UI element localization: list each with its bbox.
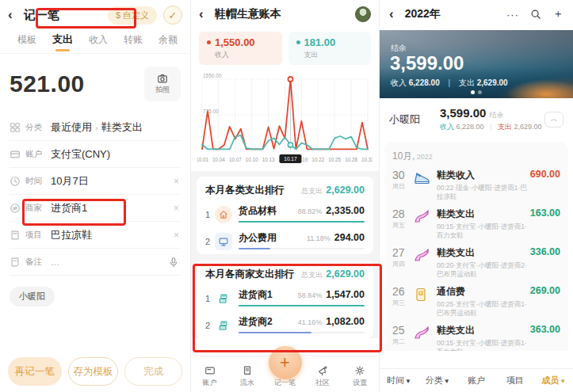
transaction-row[interactable]: 26周三 ¥ 通信费 00:25·支付宝·小暖阳·进货商1·巴布男运动鞋 269… [392, 285, 560, 318]
filter-成员[interactable]: 成员▼ [534, 375, 573, 386]
category-grid-icon [10, 122, 22, 133]
currency-icon: $ [116, 10, 120, 20]
filter-分类[interactable]: 分类▼ [418, 375, 457, 386]
member-chip[interactable]: 小暖阳 [10, 287, 55, 306]
member-summary-row[interactable]: 小暖阳 3,599.00结余 收入 6,228.00 | 支出 2,629.00… [380, 98, 573, 139]
done-button[interactable]: 完成 [124, 357, 182, 386]
field-value: 巴拉凉鞋 [51, 228, 172, 242]
amount-row: 521.00 拍照 [0, 54, 190, 109]
amount-value[interactable]: 521.00 [10, 70, 85, 97]
filter-时间[interactable]: 时间▼ [380, 375, 418, 386]
ledger-title: 鞋帽生意账本 [215, 7, 281, 21]
field-value: 10月7日 [51, 174, 172, 188]
transaction-row[interactable]: 27周四 鞋类支出 00:20·支付宝·小暖阳·进货商2·巴布男运动鞋 336.… [392, 246, 560, 280]
svg-text:10.25: 10.25 [328, 157, 341, 162]
back-icon[interactable]: ‹ [8, 7, 13, 23]
settings-tab-icon [354, 365, 365, 376]
tab-流水[interactable]: 流水 [228, 365, 265, 388]
bottom-tab-bar: 账户流水 + 记一笔社区设置 [191, 356, 379, 392]
project-doc-icon [10, 230, 22, 241]
goods-material-icon [215, 206, 232, 223]
note-icon [10, 257, 22, 268]
back-icon[interactable]: ‹ [199, 6, 204, 22]
clear-icon[interactable]: × [172, 176, 181, 187]
field-备注[interactable]: 备注 ... [10, 249, 181, 276]
ranking-row[interactable]: 1 货品材料 88.82% 2,335.00 [205, 204, 365, 224]
screenshot-stage: ‹ 记一笔 $ 自定义 ✓ 模板支出收入转账余额借贷退款 521.00 拍照 分… [0, 0, 573, 392]
transaction-row[interactable]: 25周二 鞋类支出 00:15·支付宝·小暖阳·进货商1·百力女鞋 363.00 [392, 324, 560, 351]
more-icon[interactable]: ··· [506, 9, 519, 21]
income-expense-line-chart[interactable]: 1550.00775.0010.0110.0410.0710.1010.1310… [191, 71, 379, 171]
tab-支出[interactable]: 支出 [44, 32, 81, 53]
filter-bar: 时间▼ 分类▼ 账户 项目 成员▼ [380, 368, 573, 392]
tab-模板[interactable]: 模板 [10, 33, 44, 53]
ranking-title: 本月各商家支出排行 [205, 268, 295, 281]
customize-button[interactable]: $ 自定义 [108, 6, 157, 25]
chevron-down-icon: ▼ [444, 378, 450, 385]
supplier-icon [215, 317, 232, 334]
plus-icon[interactable]: + [269, 346, 302, 379]
sneaker-icon [413, 170, 437, 186]
month-stats: 1,550.00 收入 181.00 支出 [191, 29, 379, 71]
tab-收入[interactable]: 收入 [81, 33, 116, 53]
ranking-row[interactable]: 1 进货商1 58.84% 1,547.00 [205, 288, 365, 308]
svg-text:10.01: 10.01 [197, 157, 208, 162]
account-card-icon [10, 149, 22, 160]
clear-icon[interactable]: × [172, 230, 181, 241]
confirm-button[interactable]: ✓ [163, 6, 182, 25]
tab-转账[interactable]: 转账 [116, 33, 151, 53]
transaction-row[interactable]: 28周五 鞋类支出 00:15·支付宝·小暖阳·进货商1·百力女鞋 163.00 [392, 207, 560, 241]
search-icon[interactable] [530, 9, 541, 20]
total-label: 总支出 [301, 186, 323, 196]
tab-record[interactable]: + 记一笔 [266, 378, 304, 388]
tab-设置[interactable]: 设置 [342, 365, 379, 388]
field-时间[interactable]: 时间 10月7日× [10, 168, 181, 195]
field-账户[interactable]: 账户 支付宝(CNY) [10, 141, 181, 168]
field-value: ... [51, 256, 168, 268]
member-balance-label: 结余 [489, 111, 503, 119]
tab-账户[interactable]: 账户 [191, 365, 228, 388]
hero-pagination-dots [471, 90, 482, 94]
merchant-exchange-icon [10, 203, 22, 214]
filter-账户[interactable]: 账户 [457, 375, 496, 386]
income-dot [207, 40, 211, 44]
balance-value: 3,599.00 [390, 52, 464, 74]
member-name: 小暖阳 [389, 112, 440, 127]
save-template-button[interactable]: 存为模板 [68, 357, 118, 386]
phone-fee-icon: ¥ [413, 287, 437, 303]
year-summary-hero[interactable]: 结余 3,599.00 收入 6,228.00 | 支出 2,629.00 [380, 30, 573, 98]
expense-stat-card[interactable]: 181.00 支出 [288, 32, 372, 65]
tab-余额[interactable]: 余额 [151, 33, 185, 53]
tab-社区[interactable]: 社区 [304, 365, 341, 388]
field-商家[interactable]: 商家 进货商1× [10, 195, 181, 222]
photo-button[interactable]: 拍照 [144, 67, 181, 101]
member-income-expense: 收入 6,228.00 | 支出 2,629.00 [440, 122, 544, 132]
field-分类[interactable]: 分类 最近使用›鞋类支出 [10, 114, 181, 141]
field-项目[interactable]: 项目 巴拉凉鞋× [10, 222, 181, 249]
field-value: 最近使用›鞋类支出 [51, 120, 181, 135]
income-stat-card[interactable]: 1,550.00 收入 [199, 32, 282, 65]
collapse-button[interactable]: ︿ [544, 112, 563, 127]
page-title: 记一笔 [19, 6, 71, 25]
entry-type-tabs: 模板支出收入转账余额借贷退款 [0, 30, 190, 54]
transaction-list: 10月,2022 30周日 鞋类收入 00:22·现金·小暖阳·进货商1·巴拉凉… [384, 142, 568, 351]
ranking-row[interactable]: 2 进货商2 41.16% 1,082.00 [205, 315, 365, 335]
ranking-title: 本月各类支出排行 [205, 184, 285, 197]
clear-icon[interactable]: × [172, 203, 181, 214]
svg-text:10.10: 10.10 [246, 157, 258, 162]
expense-value: 181.00 [304, 36, 336, 48]
add-icon[interactable]: ＋ [552, 7, 563, 21]
member-balance: 3,599.00 [440, 106, 486, 120]
back-icon[interactable]: ‹ [389, 6, 394, 22]
transaction-row[interactable]: 30周日 鞋类收入 00:22·现金·小暖阳·进货商1·巴拉凉鞋 690.00 [392, 169, 560, 202]
record-again-button[interactable]: 再记一笔 [8, 357, 62, 386]
chevron-down-icon: ▼ [560, 378, 566, 385]
year-header: ‹ 2022年 ··· ＋ [380, 0, 573, 29]
entry-fields: 分类 最近使用›鞋类支出 账户 支付宝(CNY) 时间 10月7日× 商家 进货… [0, 109, 190, 276]
avatar[interactable] [355, 6, 371, 22]
filter-项目[interactable]: 项目 [495, 375, 534, 386]
record-header: ‹ 记一笔 $ 自定义 ✓ [0, 0, 190, 30]
total-label: 总支出 [301, 270, 323, 280]
ranking-row[interactable]: 2 办公费用 11.18% 294.00 [205, 231, 365, 251]
heel-icon [413, 325, 437, 341]
